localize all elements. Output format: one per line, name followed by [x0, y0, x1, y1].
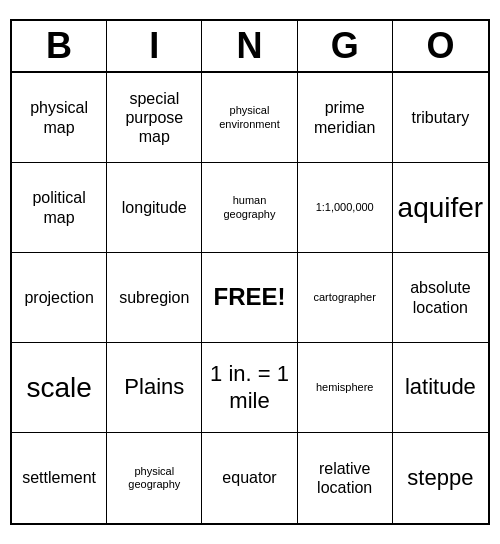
cell-label: relative location — [302, 459, 388, 497]
bingo-cell: physical environment — [202, 73, 297, 163]
header-letter: N — [202, 21, 297, 71]
bingo-cell: scale — [12, 343, 107, 433]
bingo-cell: steppe — [393, 433, 488, 523]
header-letter: B — [12, 21, 107, 71]
bingo-cell: special purpose map — [107, 73, 202, 163]
bingo-cell: longitude — [107, 163, 202, 253]
header-letter: G — [298, 21, 393, 71]
bingo-cell: human geography — [202, 163, 297, 253]
bingo-card: BINGO physical mapspecial purpose mapphy… — [10, 19, 490, 525]
cell-label: tributary — [411, 108, 469, 127]
cell-label: 1 in. = 1 mile — [206, 361, 292, 414]
cell-label: special purpose map — [111, 89, 197, 147]
bingo-cell: physical geography — [107, 433, 202, 523]
header-letter: I — [107, 21, 202, 71]
bingo-cell: hemisphere — [298, 343, 393, 433]
bingo-cell: tributary — [393, 73, 488, 163]
bingo-cell: FREE! — [202, 253, 297, 343]
cell-label: hemisphere — [316, 381, 373, 394]
bingo-cell: settlement — [12, 433, 107, 523]
cell-label: human geography — [206, 194, 292, 220]
cell-label: longitude — [122, 198, 187, 217]
cell-label: FREE! — [213, 283, 285, 312]
cell-label: scale — [26, 371, 91, 405]
cell-label: 1:1,000,000 — [316, 201, 374, 214]
bingo-cell: cartographer — [298, 253, 393, 343]
cell-label: physical environment — [206, 104, 292, 130]
bingo-cell: relative location — [298, 433, 393, 523]
cell-label: projection — [24, 288, 93, 307]
bingo-cell: 1:1,000,000 — [298, 163, 393, 253]
bingo-cell: political map — [12, 163, 107, 253]
cell-label: cartographer — [314, 291, 376, 304]
cell-label: prime meridian — [302, 98, 388, 136]
bingo-header: BINGO — [12, 21, 488, 73]
bingo-cell: latitude — [393, 343, 488, 433]
bingo-cell: projection — [12, 253, 107, 343]
cell-label: physical map — [16, 98, 102, 136]
bingo-cell: subregion — [107, 253, 202, 343]
bingo-cell: physical map — [12, 73, 107, 163]
cell-label: settlement — [22, 468, 96, 487]
bingo-cell: equator — [202, 433, 297, 523]
bingo-cell: Plains — [107, 343, 202, 433]
cell-label: steppe — [407, 465, 473, 491]
bingo-cell: 1 in. = 1 mile — [202, 343, 297, 433]
cell-label: physical geography — [111, 465, 197, 491]
cell-label: subregion — [119, 288, 189, 307]
cell-label: Plains — [124, 374, 184, 400]
bingo-cell: aquifer — [393, 163, 488, 253]
header-letter: O — [393, 21, 488, 71]
cell-label: equator — [222, 468, 276, 487]
bingo-cell: prime meridian — [298, 73, 393, 163]
cell-label: absolute location — [397, 278, 484, 316]
cell-label: aquifer — [398, 191, 484, 225]
cell-label: latitude — [405, 374, 476, 400]
bingo-cell: absolute location — [393, 253, 488, 343]
bingo-grid: physical mapspecial purpose mapphysical … — [12, 73, 488, 523]
cell-label: political map — [16, 188, 102, 226]
